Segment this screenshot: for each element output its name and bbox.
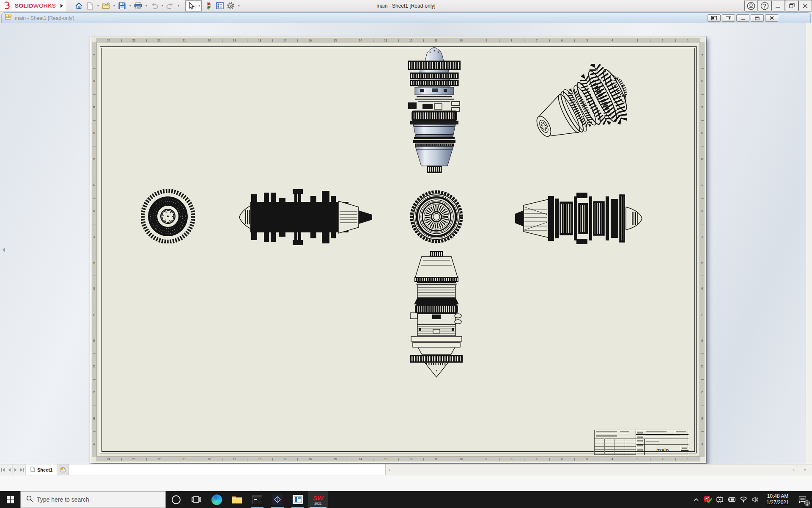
tray-solidworks-status-icon[interactable] [702, 491, 714, 508]
drawing-view-isometric[interactable] [527, 64, 636, 150]
zone-label: B [92, 406, 96, 431]
zone-label: P [700, 94, 705, 120]
doc-tile-right-button[interactable] [722, 14, 735, 22]
taskbar-solidworks-icon[interactable]: SW 2021 [308, 491, 328, 508]
add-sheet-button[interactable] [57, 464, 69, 475]
select-tool-button[interactable] [186, 0, 197, 11]
zone-label: 6 [549, 38, 575, 43]
cortana-button[interactable] [166, 491, 186, 508]
zone-label: 22 [146, 457, 172, 461]
zone-label: 11 [423, 38, 449, 43]
start-button[interactable] [0, 491, 20, 508]
redo-dropdown[interactable]: ▾ [176, 0, 181, 11]
zone-label: 23 [121, 457, 147, 461]
search-input[interactable] [37, 496, 160, 503]
zone-label: 21 [172, 38, 197, 43]
taskbar-file-explorer-icon[interactable] [227, 491, 247, 508]
zone-label: D [700, 353, 705, 379]
graphics-area[interactable]: 242322212019181716151413121110987654321 … [0, 23, 812, 464]
zone-label: T [700, 42, 705, 68]
tray-battery-icon[interactable] [726, 491, 738, 508]
scroll-down-icon[interactable]: ▾ [804, 468, 806, 472]
save-dropdown[interactable]: ▾ [128, 0, 132, 11]
taskbar-terminal-icon[interactable] [247, 491, 267, 508]
edge-icon [211, 494, 222, 505]
document-titlebar[interactable]: main - Sheet1 [Read-only] [1, 12, 811, 23]
tray-expand-chevron[interactable] [690, 491, 702, 508]
new-document-button[interactable] [85, 0, 95, 11]
taskbar-search[interactable] [20, 491, 166, 508]
previous-sheet-button[interactable] [6, 464, 13, 475]
zone-label: N [92, 120, 96, 146]
close-button[interactable] [798, 0, 812, 11]
taskbar-edrawings-icon[interactable] [267, 491, 288, 508]
scrollbar-corner[interactable]: ▾ [798, 464, 812, 475]
vertical-scrollbar[interactable] [806, 23, 812, 464]
drawing-view-bottom[interactable] [410, 251, 463, 379]
select-tool-dropdown[interactable]: ▾ [197, 1, 201, 11]
tab-sheet1[interactable]: Sheet1 [26, 464, 57, 475]
sheet-tab-bar: Sheet1 ‹ › ▾ [0, 464, 812, 475]
sheet-zone-ruler-top: 242322212019181716151413121110987654321 [96, 38, 700, 43]
account-button[interactable] [744, 0, 758, 11]
first-sheet-button[interactable] [0, 464, 6, 475]
next-sheet-button[interactable] [13, 464, 19, 475]
doc-minimize-button[interactable] [736, 14, 749, 22]
help-button[interactable] [758, 0, 771, 11]
notification-center-button[interactable]: 1 [794, 491, 810, 508]
zone-label: N [700, 120, 705, 146]
zone-label: 19 [222, 38, 247, 43]
doc-close-button[interactable] [765, 14, 778, 22]
task-view-button[interactable] [186, 491, 206, 508]
redo-button[interactable] [165, 0, 176, 11]
zone-label: 3 [625, 457, 650, 461]
zone-label: 18 [247, 457, 272, 461]
undo-dropdown[interactable]: ▾ [160, 0, 165, 11]
zone-label: 19 [222, 457, 247, 461]
title-block[interactable]: main [594, 430, 688, 455]
options-gear-button[interactable] [225, 0, 236, 11]
options-dropdown[interactable]: ▾ [236, 0, 241, 11]
minimize-button[interactable] [771, 0, 785, 11]
brand-expand-arrow-icon[interactable] [60, 4, 63, 8]
properties-button[interactable] [214, 0, 225, 11]
last-sheet-button[interactable] [19, 464, 25, 475]
tray-volume-icon[interactable] [749, 491, 761, 508]
save-button[interactable] [117, 0, 127, 11]
restore-button[interactable] [785, 0, 798, 11]
drawing-view-front-fan[interactable] [141, 189, 195, 243]
print-button[interactable] [133, 0, 143, 11]
horizontal-scrollbar[interactable]: ‹ › [386, 464, 798, 475]
home-button[interactable] [74, 0, 84, 11]
drawing-view-left-side[interactable] [239, 188, 372, 246]
drawing-view-front-center[interactable] [409, 190, 464, 244]
zone-label: K [700, 198, 705, 224]
zone-label: 15 [323, 38, 348, 43]
zone-label: 17 [272, 457, 298, 461]
doc-restore-button[interactable] [751, 14, 764, 22]
interference-lights-button[interactable] [203, 0, 214, 11]
scroll-left-icon[interactable]: ‹ [389, 467, 390, 473]
print-dropdown[interactable]: ▾ [144, 0, 148, 11]
new-document-dropdown[interactable]: ▾ [96, 0, 100, 11]
tray-clock[interactable]: 10:48 AM 1/27/2021 [761, 493, 794, 506]
zone-label: 12 [398, 38, 424, 43]
tray-wifi-icon[interactable] [738, 491, 749, 508]
taskbar-window-app-icon[interactable] [288, 491, 308, 508]
doc-tile-left-button[interactable] [708, 14, 721, 22]
undo-button[interactable] [149, 0, 159, 11]
zone-label: M [700, 146, 705, 172]
open-button[interactable] [101, 0, 111, 11]
drawing-view-top[interactable] [408, 45, 461, 178]
open-dropdown[interactable]: ▾ [112, 0, 116, 11]
featuremanager-collapse-arrow[interactable] [1, 246, 6, 254]
scroll-right-icon[interactable]: › [793, 467, 795, 473]
drawing-sheet[interactable]: 242322212019181716151413121110987654321 … [90, 36, 706, 463]
zone-label: L [92, 172, 96, 198]
taskbar-edge-icon[interactable] [206, 491, 227, 508]
tray-display-icon[interactable] [714, 491, 726, 508]
zone-label: 1 [675, 38, 701, 43]
zone-label: 5 [574, 457, 600, 461]
drawing-view-right-side[interactable] [515, 190, 643, 247]
zone-label: 22 [146, 38, 172, 43]
